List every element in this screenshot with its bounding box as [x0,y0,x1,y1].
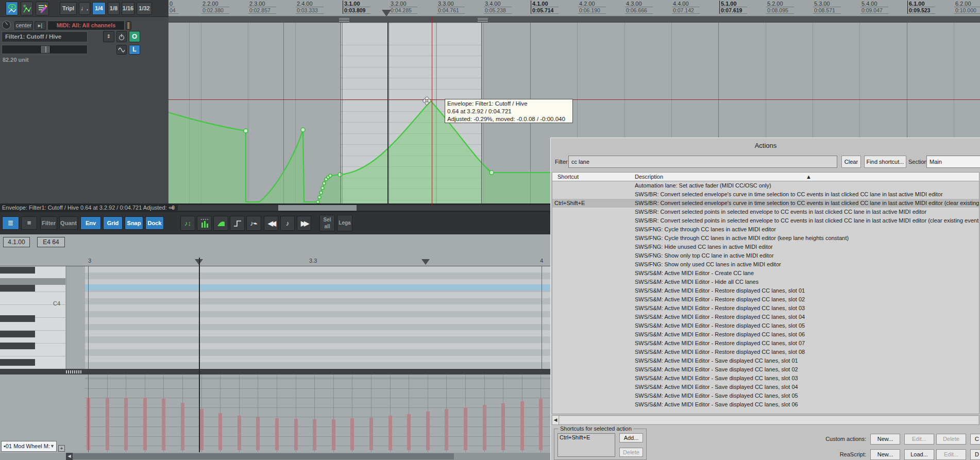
position-readout[interactable]: 4.1.00 [3,237,30,247]
step-events-icon[interactable] [230,216,245,231]
grid-1-16-button[interactable]: 1/16 [122,2,134,15]
cc-bar[interactable] [238,416,241,450]
env-button[interactable]: Env [80,216,101,230]
rea-cut-button[interactable]: D [970,449,980,460]
cc-bar[interactable] [294,419,298,450]
ramp-events-icon[interactable] [213,216,228,231]
custom-cut-button[interactable]: C [970,434,980,445]
envelope-point[interactable] [329,174,332,177]
insert-note-icon[interactable]: ♪ [280,216,295,231]
action-row[interactable]: SWS/S&M: Active MIDI Editor - Save displ… [552,391,979,400]
envelope-add-icon[interactable]: ✳ [21,2,33,15]
arrange-hscrollbar[interactable] [178,205,556,211]
section-select[interactable]: Main [926,156,980,168]
midi-menu-icon[interactable]: ☰ [2,216,19,230]
rea-edit-button[interactable]: Edit... [936,449,966,460]
envelope-value-slider[interactable] [2,45,88,54]
action-row[interactable]: SWS/FNG: Hide unused CC lanes in active … [552,243,979,251]
cc-bar[interactable] [388,416,392,450]
panel-grip-icon[interactable]: ║ [126,21,131,30]
action-row[interactable]: Ctrl+Shift+ESWS/BR: Convert selected env… [552,199,979,208]
envelope-point[interactable] [319,191,323,194]
clear-button[interactable]: Clear [841,156,861,168]
cc-bar[interactable] [539,399,543,450]
divider-grip-icon[interactable] [66,370,81,373]
item-left-edge[interactable] [341,23,341,206]
scroll-left-icon[interactable]: ◀ [170,203,174,212]
arm-updown-icon[interactable]: ⇕ [103,31,114,42]
edit-cursor[interactable] [387,23,388,206]
description-column-header[interactable]: Description [635,174,663,180]
cc-bar[interactable] [106,398,109,450]
action-row[interactable]: SWS/S&M: Active MIDI Editor - Save displ… [552,365,979,374]
midi-hscrollbar[interactable] [73,453,556,460]
cc-bar[interactable] [520,401,524,450]
delete-shortcut-button[interactable]: Delete [619,448,643,457]
scroll-left-button[interactable]: ◀ [66,453,73,460]
action-row[interactable]: SWS/S&M: Active MIDI Editor - Restore di… [552,339,979,348]
edit-cursor-midi[interactable] [199,258,200,452]
custom-delete-button[interactable]: Delete [936,434,966,445]
envelope-visibility-icon[interactable] [6,2,18,15]
cc-bar[interactable] [143,398,147,450]
cc-bar[interactable] [313,419,316,450]
bypass-power-icon[interactable] [116,31,127,42]
action-row[interactable]: SWS/S&M: Active MIDI Editor - Save displ… [552,356,979,365]
black-key[interactable] [0,315,35,322]
envelope-point[interactable] [301,128,305,132]
rea-new-button[interactable]: New... [870,449,900,460]
pan-knob[interactable] [2,21,11,29]
note-velocity-icon[interactable]: ♪↕ [180,216,195,231]
quantize-button[interactable]: Quant [59,216,78,230]
cc-bar[interactable] [162,399,165,450]
custom-new-button[interactable]: New... [870,434,900,445]
action-row[interactable]: SWS/S&M: Active MIDI Editor - Restore di… [552,304,979,313]
cc-bar[interactable] [256,417,260,450]
scrollbar-thumb[interactable] [278,205,357,211]
envelope-point[interactable] [489,171,494,175]
sine-shape-icon[interactable] [116,45,127,55]
shortcut-list[interactable]: Ctrl+Shift+E [557,433,615,457]
list-header[interactable]: Shortcut Description ▲ [552,172,979,181]
item-paint-icon[interactable] [36,2,49,15]
cc-lane[interactable] [85,374,556,452]
action-row[interactable]: SWS/BR: Convert selected envelope's curv… [552,190,979,199]
action-row[interactable]: SWS/S&M: Active MIDI Editor - Save displ… [552,374,979,383]
note-envelope-icon[interactable]: ♪⌁ [246,216,261,231]
action-row[interactable]: SWS/S&M: Active MIDI Editor - Hide all C… [552,278,979,286]
action-row[interactable]: SWS/S&M: Active MIDI Editor - Save displ… [552,400,979,409]
grid-button[interactable]: Grid [103,216,123,230]
legato-button[interactable]: Lega [337,215,352,231]
triplet-button[interactable]: Tripl [60,2,77,15]
note-grid[interactable] [85,266,556,369]
find-shortcut-button[interactable]: Find shortcut... [864,156,906,168]
envelope-point[interactable] [318,196,321,199]
highlighted-key[interactable] [0,278,65,285]
cc-bar[interactable] [501,403,505,450]
cc-bar[interactable] [426,412,430,450]
rea-load-button[interactable]: Load... [904,449,934,460]
shortcut-column-header[interactable]: Shortcut [557,174,579,180]
black-key[interactable] [0,267,35,274]
note-readout[interactable]: E4 64 [37,237,65,247]
scrollbar-thumb[interactable] [73,453,454,459]
add-cc-lane-button[interactable]: + [58,445,65,452]
midi-ruler-marker[interactable] [421,259,430,265]
output-button[interactable]: O [129,31,140,42]
envelope-point[interactable] [323,182,326,185]
scrollbar-thumb[interactable] [560,416,978,424]
cc-bar[interactable] [445,409,448,450]
cc-bar[interactable] [350,418,354,450]
action-row[interactable]: SWS/FNG: Show only used CC lanes in acti… [552,260,979,269]
cc-bar[interactable] [200,409,204,450]
cc-bar[interactable] [332,419,335,450]
grid-1-8-button[interactable]: 1/8 [108,2,120,15]
action-row[interactable]: SWS/S&M: Active MIDI Editor - Save displ… [552,383,979,391]
scroll-left-button[interactable]: ◀ [552,416,559,424]
actions-hscrollbar[interactable]: ◀ [552,415,979,425]
action-row[interactable]: SWS/S&M: Active MIDI Editor - Restore di… [552,295,979,304]
arrange-ruler[interactable]: 0 04 2.2.000:02.3802.3.000:02.8572.4.000… [168,0,980,17]
prev-note-icon[interactable]: ◀◀ [264,216,278,231]
custom-edit-button[interactable]: Edit... [904,434,934,445]
black-key[interactable] [0,285,35,292]
